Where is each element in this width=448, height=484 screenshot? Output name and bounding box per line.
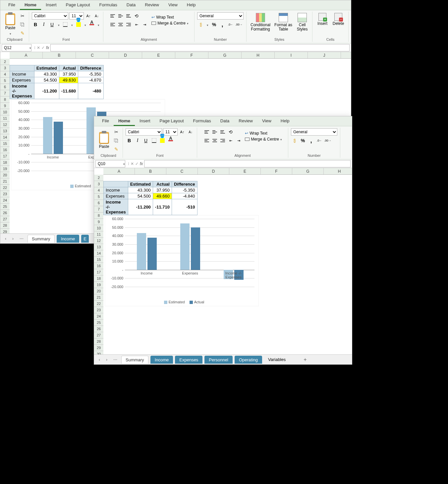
row-header[interactable]: 23 [0,191,10,197]
table-cell[interactable]: -11.710 [153,199,172,215]
add-sheet-button[interactable]: + [302,356,308,363]
column-header[interactable]: J [308,52,341,58]
decrease-font-button[interactable] [93,12,100,20]
border-button[interactable] [150,137,158,144]
column-header[interactable]: I [275,52,308,58]
font-size-select[interactable]: 11 [163,128,178,136]
fill-color-button[interactable] [159,137,166,144]
increase-indent-button[interactable] [141,21,148,28]
sheet-tab-e[interactable]: E [81,235,89,243]
row-header[interactable]: 6 [94,200,103,206]
sheet-tab-operating[interactable]: Operating [235,356,262,364]
copy-button[interactable] [113,137,120,144]
row-header[interactable]: 11 [94,231,103,238]
worksheet-grid[interactable]: ABCDEFGH23456789101112131415161718192021… [94,168,352,354]
column-header[interactable]: G [292,168,324,174]
align-bottom-button[interactable] [219,128,226,136]
chevron-down-icon[interactable] [71,22,73,27]
merge-centre-button[interactable]: Merge & Centre [151,21,189,26]
row-header[interactable]: 15 [94,257,103,263]
sheet-tab-income[interactable]: Income [57,235,80,243]
table-cell[interactable]: 49.660 [153,193,172,199]
column-header[interactable]: K [341,52,351,58]
row-header[interactable]: 8 [94,212,103,219]
name-box[interactable]: Q10 [95,160,125,167]
tab-nav-menu[interactable] [111,357,119,363]
currency-button[interactable] [291,137,298,144]
column-header[interactable]: H [242,52,275,58]
row-header[interactable]: 23 [94,307,103,313]
underline-button[interactable] [48,21,56,28]
menu-file[interactable]: File [97,116,114,126]
row-header[interactable]: 14 [0,134,10,141]
row-header[interactable]: 25 [94,320,103,326]
row-header[interactable]: 20 [0,172,10,178]
row-header[interactable]: 9 [94,219,103,225]
row-header[interactable]: 29 [94,345,103,351]
decrease-decimal-button[interactable] [316,137,323,144]
italic-button[interactable] [40,21,47,28]
menu-insert[interactable]: Insert [41,0,61,10]
menu-review[interactable]: Review [234,116,257,126]
italic-button[interactable] [134,137,141,144]
formula-input[interactable] [50,44,350,51]
row-header[interactable]: 26 [0,210,10,216]
column-header[interactable]: B [135,168,166,174]
fx-icon[interactable] [140,161,143,166]
cell-styles-button[interactable]: Cell Styles [295,12,309,32]
row-header[interactable]: 15 [0,141,10,147]
merge-centre-button[interactable]: Merge & Centre [245,137,282,142]
row-header[interactable]: 3 [94,181,103,187]
table-cell[interactable]: -11.680 [59,83,78,99]
increase-decimal-button[interactable] [235,21,243,28]
row-header[interactable]: 19 [94,282,103,288]
bold-button[interactable] [32,21,39,28]
table-cell[interactable]: -4.840 [172,193,197,199]
row-header[interactable]: 13 [94,244,103,250]
underline-button[interactable] [142,137,149,144]
row-header[interactable]: 16 [94,263,103,269]
cut-button[interactable] [113,128,120,136]
menu-data[interactable]: Data [216,116,234,126]
align-center-button[interactable] [117,21,124,28]
sheet-tab-personnel[interactable]: Personnel [204,356,233,364]
font-name-select[interactable]: Calibri [32,12,68,20]
font-color-button[interactable] [88,21,95,28]
column-header[interactable]: H [324,168,352,174]
summary-chart[interactable]: -20.000-10.000-10.00020.00030.00040.0005… [105,215,259,306]
menu-help[interactable]: Help [182,0,200,10]
menu-file[interactable]: File [4,0,20,10]
table-cell[interactable]: -4.870 [78,77,103,83]
row-header[interactable]: 16 [0,147,10,153]
border-button[interactable] [62,21,69,28]
column-header[interactable]: E [142,52,175,58]
row-header[interactable]: 22 [94,301,103,307]
row-header[interactable]: 20 [94,288,103,294]
tab-nav-next[interactable]: › [10,236,16,242]
menu-help[interactable]: Help [276,116,294,126]
table-cell[interactable]: -5.350 [172,187,197,193]
row-header[interactable]: 24 [94,313,103,320]
row-header[interactable]: 12 [0,122,10,128]
accept-icon[interactable] [135,161,139,166]
number-format-select[interactable]: General [197,12,244,20]
menu-formulas[interactable]: Formulas [95,0,122,10]
format-as-table-button[interactable]: Format as Table [273,12,294,32]
cut-button[interactable] [19,12,26,20]
cancel-icon[interactable] [37,45,40,50]
row-header[interactable]: 24 [0,197,10,204]
row-header[interactable]: 17 [0,153,10,159]
sheet-tab-summary[interactable]: Summary [121,356,148,364]
percent-button[interactable] [210,21,218,28]
table-cell[interactable]: -11.200 [128,199,153,215]
comma-button[interactable] [308,137,315,144]
table-cell[interactable]: 54.500 [34,77,59,83]
row-header[interactable]: 7 [94,206,103,212]
decrease-decimal-button[interactable] [227,21,234,28]
row-header[interactable]: 27 [0,216,10,222]
row-header[interactable]: 26 [94,326,103,332]
sheet-tab-summary[interactable]: Summary [28,235,55,243]
decrease-font-button[interactable] [187,128,194,136]
fill-color-button[interactable] [75,21,82,28]
row-header[interactable]: 10 [94,225,103,231]
